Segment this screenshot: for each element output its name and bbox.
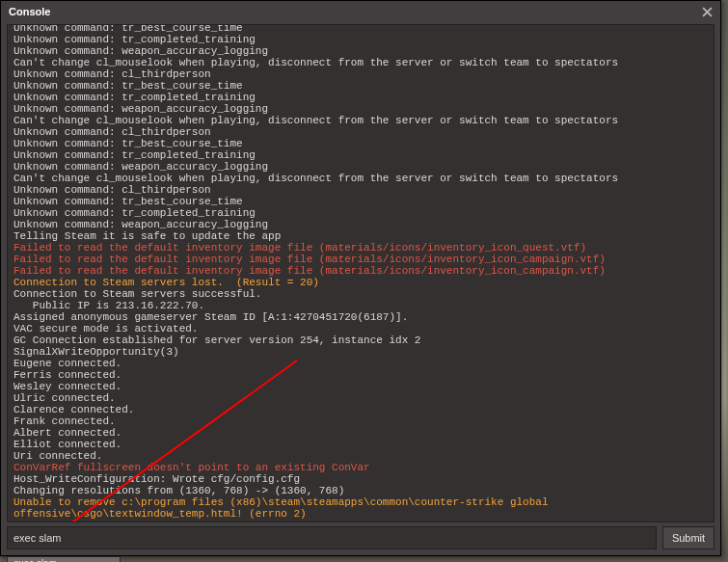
- console-line: Assigned anonymous gameserver Steam ID […: [13, 311, 710, 323]
- autocomplete-popup[interactable]: exec slamexec slam_tracklist: [7, 556, 121, 562]
- console-line: Can't change cl_mouselook when playing, …: [13, 57, 710, 68]
- console-line: Can't change cl_mouselook when playing, …: [13, 115, 710, 126]
- console-line: Unknown command: weapon_accuracy_logging: [13, 219, 710, 230]
- console-line: Uri connected.: [13, 450, 710, 462]
- console-line: Can't change cl_mouselook when playing, …: [13, 173, 710, 184]
- autocomplete-item[interactable]: exec slam: [8, 557, 120, 562]
- console-line: GC Connection established for server ver…: [13, 335, 710, 346]
- console-line: Changing resolutions from (1360, 768) ->…: [13, 485, 710, 496]
- console-line: VAC secure mode is activated.: [13, 323, 710, 335]
- console-line: Unable to remove c:\program files (x86)\…: [13, 496, 710, 520]
- console-line: Unknown command: tr_completed_training: [13, 149, 710, 161]
- console-line: Unknown command: weapon_accuracy_logging: [13, 45, 710, 57]
- console-line: Connection to Steam servers successful.: [13, 288, 710, 300]
- console-line: Unknown command: tr_best_course_time: [13, 196, 710, 207]
- console-line: Unknown command: weapon_accuracy_logging: [13, 161, 710, 173]
- console-line: ConVarRef fullscreen doesn't point to an…: [13, 462, 710, 473]
- console-line: Failed to read the default inventory ima…: [13, 265, 710, 277]
- command-row: Submit exec slamexec slam_tracklist: [1, 526, 720, 555]
- close-button[interactable]: [699, 4, 715, 19]
- console-line: Albert connected.: [13, 427, 710, 439]
- console-line: Ferris connected.: [13, 369, 710, 381]
- console-line: Unknown command: cl_thirdperson: [13, 184, 710, 196]
- console-line: SignalXWriteOpportunity(3): [13, 346, 710, 358]
- command-input[interactable]: [7, 526, 657, 549]
- console-line: Public IP is 213.16.222.70.: [13, 300, 710, 311]
- console-line: Host_WriteConfiguration: Wrote cfg/confi…: [13, 473, 710, 485]
- titlebar[interactable]: Console: [1, 1, 720, 22]
- console-line: Connection to Steam servers lost. (Resul…: [13, 277, 710, 288]
- console-window: Console Unknown command: tr_best_course_…: [0, 0, 721, 556]
- console-scroll-area[interactable]: Unknown command: tr_best_course_timeUnkn…: [8, 25, 714, 522]
- console-line: Unknown command: cl_thirdperson: [13, 68, 710, 80]
- console-line: Unknown command: tr_best_course_time: [13, 25, 710, 34]
- window-title: Console: [9, 6, 50, 17]
- console-line: Unknown command: tr_best_course_time: [13, 138, 710, 149]
- console-line: Wesley connected.: [13, 381, 710, 392]
- console-line: Unknown command: cl_thirdperson: [13, 126, 710, 138]
- console-line: Elliot connected.: [13, 439, 710, 450]
- console-line: Unknown command: tr_completed_training: [13, 207, 710, 219]
- console-line: Failed to read the default inventory ima…: [13, 242, 710, 254]
- console-line: Unknown command: tr_completed_training: [13, 92, 710, 103]
- console-line: Eugene connected.: [13, 358, 710, 369]
- console-line: Failed to read the default inventory ima…: [13, 254, 710, 265]
- console-line: Unknown command: tr_completed_training: [13, 34, 710, 45]
- console-line: Frank connected.: [13, 415, 710, 427]
- console-output: Unknown command: tr_best_course_timeUnkn…: [7, 24, 715, 522]
- console-line: Unknown command: tr_best_course_time: [13, 80, 710, 92]
- close-icon: [702, 7, 713, 17]
- console-line: Telling Steam it is safe to update the a…: [13, 230, 710, 242]
- console-line: Unknown command: weapon_accuracy_logging: [13, 103, 710, 115]
- console-line: Clarence connected.: [13, 404, 710, 415]
- submit-button[interactable]: Submit: [662, 526, 715, 549]
- console-line: Ulric connected.: [13, 392, 710, 404]
